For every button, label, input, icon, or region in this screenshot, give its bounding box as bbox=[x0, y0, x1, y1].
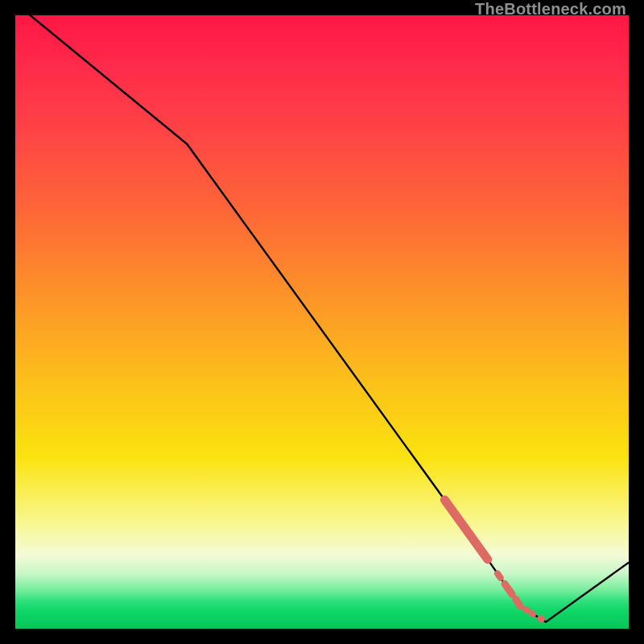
chart-plot-area bbox=[15, 15, 629, 629]
bottleneck-chart: TheBottleneck.com bbox=[0, 0, 644, 644]
watermark-label: TheBottleneck.com bbox=[475, 0, 626, 19]
